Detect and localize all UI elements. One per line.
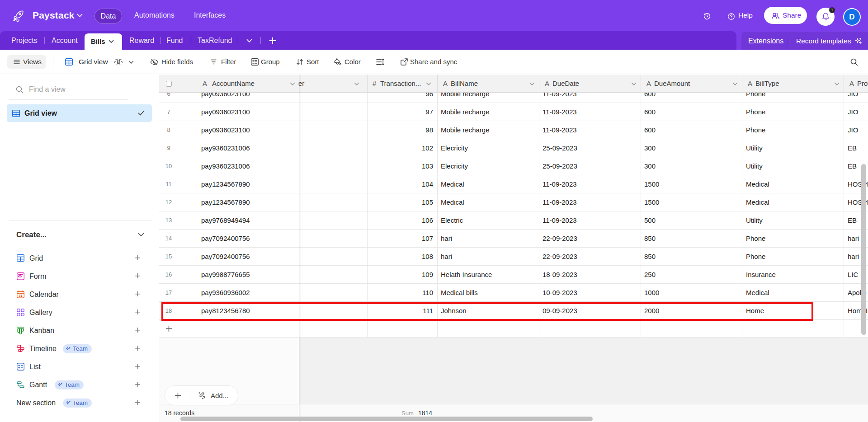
svg-text:31: 31	[19, 294, 23, 297]
